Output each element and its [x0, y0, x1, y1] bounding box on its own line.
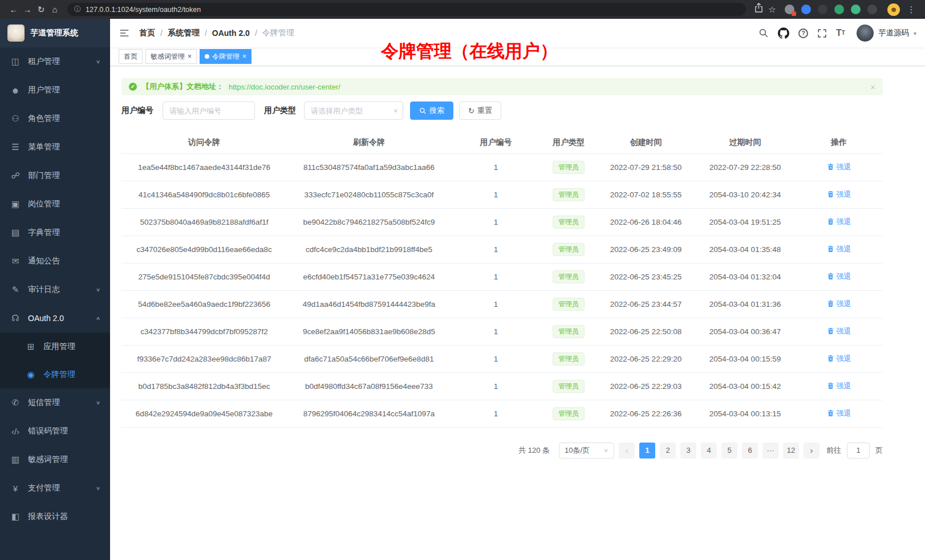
force-logout-label: 强退: [837, 408, 851, 419]
next-page-button[interactable]: ›: [804, 443, 819, 458]
close-tab-icon[interactable]: ×: [188, 53, 192, 60]
reset-button[interactable]: ↻ 重置: [459, 102, 501, 120]
table-row: 275e5de9151045fe87cbdc395e004f4de6cfd40e…: [121, 263, 883, 290]
force-logout-button[interactable]: 强退: [827, 381, 851, 391]
force-logout-button[interactable]: 强退: [827, 299, 851, 309]
search-button[interactable]: 搜索: [410, 102, 453, 120]
force-logout-button[interactable]: 强退: [827, 244, 851, 254]
bookmark-star-icon[interactable]: ☆: [765, 0, 779, 19]
sidebar-item-audit-log[interactable]: ✎审计日志∨: [0, 275, 110, 304]
application-icon: ⊞: [25, 342, 36, 352]
extension-icon-charcoal[interactable]: [867, 5, 877, 14]
expires-at-cell: 2054-03-04 01:32:04: [695, 263, 795, 290]
search-icon[interactable]: [758, 28, 769, 38]
user-id-input[interactable]: [163, 102, 255, 120]
refresh-token-cell: cdfc4ce9c2da4bb1bdf21b9918ff4be5: [287, 236, 451, 263]
sidebar-item-notice[interactable]: ✉通知公告: [0, 247, 110, 275]
tab-sensitive-word[interactable]: 敏感词管理×: [145, 49, 197, 64]
sidebar-item-dict[interactable]: ▤字典管理: [0, 218, 110, 247]
forward-icon[interactable]: →: [21, 0, 34, 19]
page-button-1[interactable]: 1: [639, 443, 655, 458]
reload-icon[interactable]: ↻: [34, 0, 48, 19]
page-button-3[interactable]: 3: [680, 443, 696, 458]
notice-icon: ✉: [10, 256, 21, 266]
github-icon[interactable]: [778, 27, 789, 39]
font-size-icon[interactable]: TT: [836, 29, 845, 38]
breadcrumb-item[interactable]: OAuth 2.0: [212, 29, 250, 38]
close-tab-icon[interactable]: ×: [242, 53, 246, 60]
tab-token[interactable]: 令牌管理×: [200, 49, 251, 64]
sidebar-item-label: 报表设计器: [28, 512, 68, 522]
page-button-5[interactable]: 5: [721, 443, 737, 458]
sidebar-item-oauth2[interactable]: ☊OAuth 2.0∧: [0, 304, 110, 332]
search-button-label: 搜索: [429, 105, 444, 116]
sidebar-item-user[interactable]: ☻用户管理: [0, 76, 110, 104]
page-button-4[interactable]: 4: [701, 443, 717, 458]
active-tab-dot: [205, 54, 209, 59]
sidebar-item-dept[interactable]: ☍部门管理: [0, 161, 110, 190]
user-type-select-input[interactable]: [304, 102, 403, 120]
sidebar-item-menu[interactable]: ☰菜单管理: [0, 133, 110, 161]
access-token-cell: c347026e805e4d99b0d116eae66eda8c: [121, 236, 287, 263]
browser-profile-avatar[interactable]: ☻: [887, 3, 900, 16]
tab-home[interactable]: 首页: [119, 49, 143, 64]
goto-page-input[interactable]: [847, 443, 870, 458]
sidebar-item-post[interactable]: ▣岗位管理: [0, 190, 110, 218]
home-icon[interactable]: ⌂: [48, 0, 62, 19]
help-icon[interactable]: ?: [798, 29, 808, 38]
sidebar-item-label: OAuth 2.0: [28, 314, 64, 323]
sidebar-toggle-icon[interactable]: [119, 27, 130, 39]
sidebar-item-tenant[interactable]: ◫租户管理∨: [0, 47, 110, 76]
site-info-icon[interactable]: ⓘ: [74, 5, 81, 14]
user-icon: ☻: [10, 86, 21, 95]
alert-close-icon[interactable]: ×: [870, 82, 875, 92]
user-type-cell: 管理员: [541, 236, 597, 263]
force-logout-button[interactable]: 强退: [827, 408, 851, 419]
user-menu[interactable]: 芋道源码 ▾: [857, 25, 916, 42]
prev-page-button[interactable]: ‹: [619, 443, 635, 458]
sidebar-item-sensitive-word[interactable]: ▥敏感词管理: [0, 445, 110, 474]
access-token-cell: b0d1785bc3a8482f812db4a3f3bd15ec: [121, 372, 287, 400]
sidebar-item-token[interactable]: ◉令牌管理: [0, 360, 110, 388]
force-logout-button[interactable]: 强退: [827, 162, 851, 172]
access-token-cell: f9336e7c7dd242a283ee98dc86b17a87: [121, 345, 287, 372]
action-cell: 强退: [795, 345, 883, 372]
app-shell: 芋道管理系统 ◫租户管理∨☻用户管理⚇角色管理☰菜单管理☍部门管理▣岗位管理▤字…: [0, 19, 925, 560]
sidebar-item-app[interactable]: ⊞应用管理: [0, 332, 110, 360]
breadcrumb-item[interactable]: 系统管理: [168, 28, 200, 38]
back-icon[interactable]: ←: [7, 0, 21, 19]
fullscreen-icon[interactable]: [817, 29, 827, 38]
page-button-2[interactable]: 2: [660, 443, 676, 458]
sidebar-item-role[interactable]: ⚇角色管理: [0, 104, 110, 133]
force-logout-button[interactable]: 强退: [827, 217, 851, 227]
address-bar[interactable]: ⓘ 127.0.0.1:1024/system/oauth2/token: [67, 3, 746, 16]
force-logout-button[interactable]: 强退: [827, 326, 851, 336]
share-icon[interactable]: [752, 0, 765, 19]
sidebar-item-pay[interactable]: ¥支付管理∨: [0, 474, 110, 502]
more-pages-button[interactable]: ···: [762, 443, 778, 458]
user-type-select[interactable]: ∨: [304, 102, 403, 120]
doc-link[interactable]: https://doc.iocoder.cn/user-center/: [229, 83, 340, 91]
breadcrumb-item[interactable]: 首页: [139, 28, 155, 38]
sidebar-item-sms[interactable]: ✆短信管理∨: [0, 388, 110, 417]
sidebar-item-report[interactable]: ◧报表设计器: [0, 502, 110, 531]
extension-icon-dark[interactable]: [818, 5, 827, 14]
browser-menu-icon[interactable]: ⋮: [904, 0, 918, 19]
created-at-cell: 2022-06-25 22:29:20: [597, 345, 695, 372]
force-logout-button[interactable]: 强退: [827, 271, 851, 282]
refresh-token-cell: 49d1aa46d1454fbd87591444423be9fa: [287, 290, 451, 318]
vue-devtools-icon[interactable]: [851, 5, 861, 14]
app-logo[interactable]: 芋道管理系统: [0, 19, 110, 47]
force-logout-button[interactable]: 强退: [827, 189, 851, 200]
tab-label: 令牌管理: [212, 52, 240, 62]
page-button-6[interactable]: 6: [742, 443, 758, 458]
page-size-select[interactable]: 10条/页 ∨: [559, 443, 614, 458]
column-header-action: 操作: [795, 132, 883, 153]
sidebar-item-error-code[interactable]: ‹/›错误码管理: [0, 417, 110, 445]
page-button-12[interactable]: 12: [783, 443, 799, 458]
oauth-icon: ☊: [10, 313, 21, 323]
force-logout-button[interactable]: 强退: [827, 354, 851, 364]
extension-icon-green[interactable]: [834, 5, 844, 14]
extension-icon-blue[interactable]: [801, 5, 811, 14]
extension-icon-gray[interactable]: [785, 5, 794, 14]
